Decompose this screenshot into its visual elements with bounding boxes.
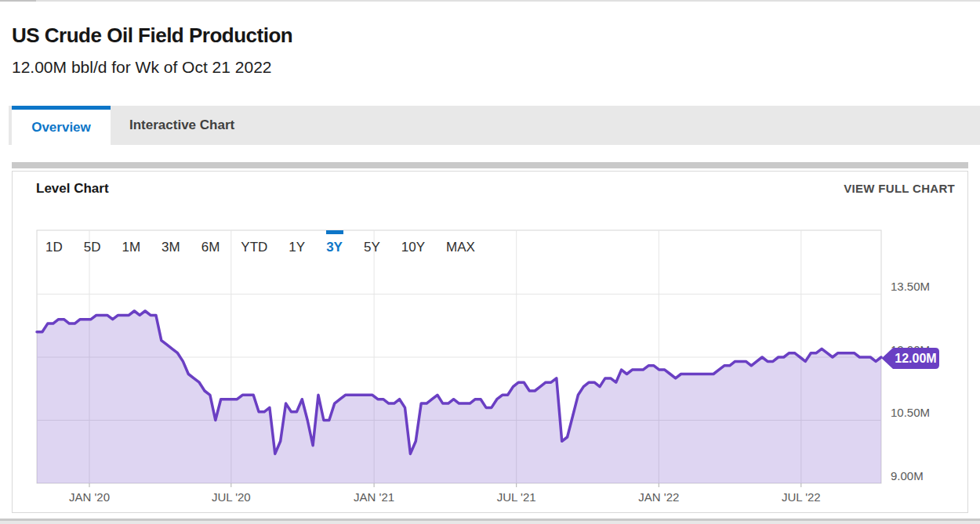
range-button-6m[interactable]: 6M (201, 240, 220, 255)
range-selector: 1D5D1M3M6MYTD1Y3Y5Y10YMAX (45, 230, 475, 265)
tab-overview-label: Overview (31, 120, 91, 136)
range-button-10y[interactable]: 10Y (401, 240, 425, 255)
range-button-1m[interactable]: 1M (122, 240, 140, 255)
page-root: US Crude Oil Field Production 12.00M bbl… (0, 0, 980, 524)
view-full-chart-link[interactable]: VIEW FULL CHART (844, 182, 955, 195)
range-button-3y[interactable]: 3Y (326, 240, 343, 255)
tab-overview[interactable]: Overview (12, 106, 111, 145)
top-divider (0, 0, 980, 2)
card-title: Level Chart (36, 181, 109, 197)
top-divider-segment (0, 0, 36, 2)
range-selected-indicator (326, 230, 343, 234)
range-button-5y[interactable]: 5Y (364, 240, 380, 255)
tab-interactive-chart[interactable]: Interactive Chart (117, 106, 247, 145)
range-button-3m[interactable]: 3M (162, 240, 180, 255)
range-button-ytd[interactable]: YTD (241, 240, 267, 255)
range-button-1d[interactable]: 1D (45, 240, 63, 255)
page-subtitle: 12.00M bbl/d for Wk of Oct 21 2022 (12, 58, 272, 77)
bottom-strip (0, 521, 980, 524)
horizontal-scrollbar[interactable] (12, 162, 968, 168)
chart-hover-area[interactable] (37, 230, 881, 483)
tab-interactive-chart-label: Interactive Chart (129, 117, 234, 133)
page-title: US Crude Oil Field Production (12, 23, 292, 48)
range-button-1y[interactable]: 1Y (289, 240, 305, 255)
tab-strip: Overview Interactive Chart (9, 106, 980, 145)
range-button-5d[interactable]: 5D (84, 240, 101, 255)
range-button-max[interactable]: MAX (446, 240, 475, 255)
